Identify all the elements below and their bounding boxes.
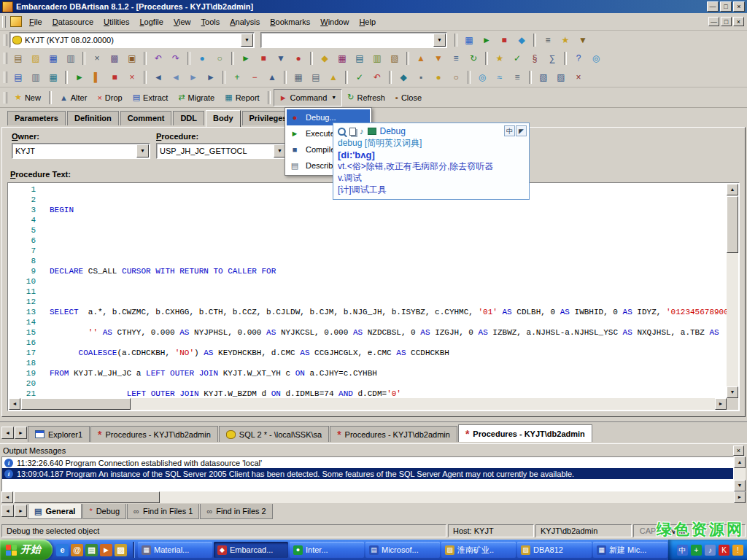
horizontal-scroll-thumb[interactable]: [21, 398, 131, 410]
maximize-button[interactable]: □: [720, 1, 732, 12]
scroll-down-button[interactable]: ▼: [727, 386, 738, 398]
scroll-left-button[interactable]: ◄: [1, 491, 13, 503]
task-button[interactable]: ●Inter...: [290, 542, 364, 558]
mdi-close-button[interactable]: ×: [733, 17, 744, 26]
step-icon[interactable]: ▼: [272, 51, 290, 66]
close-button[interactable]: ▪Close: [390, 90, 427, 106]
migrate-button[interactable]: ⇄Migrate: [173, 90, 220, 106]
roles-icon[interactable]: ○: [447, 70, 465, 85]
form-view-icon[interactable]: ▤: [307, 70, 325, 85]
toolbar-grip[interactable]: [4, 34, 7, 46]
pin-button[interactable]: ◤: [516, 125, 527, 136]
tab-find-in-files-1[interactable]: ∞Find in Files 1: [127, 504, 199, 519]
start-button[interactable]: 开始: [0, 540, 53, 560]
logs-icon[interactable]: ≡: [508, 70, 526, 85]
first-row-icon[interactable]: ◄: [150, 70, 167, 85]
commit-icon[interactable]: ✓: [351, 70, 368, 85]
drop-button[interactable]: ×Drop: [92, 90, 127, 106]
new-button[interactable]: ★New: [9, 90, 46, 106]
close-button[interactable]: ×: [733, 1, 745, 12]
prev-row-icon[interactable]: ◄: [167, 70, 185, 85]
mdi-document-icon[interactable]: [10, 16, 22, 27]
new-script-icon[interactable]: ▤: [9, 51, 27, 66]
delete-row-icon[interactable]: −: [246, 70, 263, 85]
message-row[interactable]: i13:09:04.187 Program An instance of the…: [2, 468, 733, 479]
document-tab[interactable]: Explorer1: [28, 426, 90, 442]
volume-icon[interactable]: ♪: [705, 545, 716, 556]
run-icon[interactable]: ►: [71, 70, 88, 85]
menu-item-file[interactable]: File: [24, 15, 47, 29]
chart-view-icon[interactable]: ▲: [325, 70, 342, 85]
output-horizontal-scrollbar[interactable]: ◄ ►: [1, 491, 746, 503]
ddl-editor-icon[interactable]: ▥: [27, 70, 44, 85]
copy-icon[interactable]: ▩: [106, 51, 123, 66]
owner-combo[interactable]: KYJT ▼: [12, 143, 150, 159]
document-tab[interactable]: SQL 2 * - \local\SSK\sa: [219, 426, 329, 442]
add-row-icon[interactable]: +: [228, 70, 246, 85]
procedure-combo[interactable]: USP_JH_JC_GETTOCL ▼: [156, 143, 287, 159]
outlook-icon[interactable]: @: [71, 544, 83, 556]
security-icon[interactable]: ▪: [412, 70, 430, 85]
views-icon[interactable]: ▤: [351, 51, 368, 66]
report-button[interactable]: ▦Report: [220, 90, 264, 106]
document-tab[interactable]: *Procedures - KYJT\db2admin: [330, 426, 457, 442]
message-row[interactable]: i11:32:26.640 Program Connection establi…: [2, 457, 733, 468]
sql-editor-icon[interactable]: ▤: [9, 70, 27, 85]
tab-ddl[interactable]: DDL: [173, 111, 204, 125]
exit-icon[interactable]: ×: [570, 70, 587, 85]
cut-icon[interactable]: ×: [88, 51, 106, 66]
tab-definition[interactable]: Definition: [67, 111, 119, 125]
ime-icon[interactable]: 中: [677, 545, 688, 556]
folder-icon[interactable]: ▨: [115, 544, 127, 556]
menu-item-datasource[interactable]: Datasource: [47, 15, 98, 29]
output-close-button[interactable]: ×: [733, 446, 744, 456]
tab-debug[interactable]: *Debug: [82, 504, 126, 519]
users-icon[interactable]: ●: [430, 70, 447, 85]
toolbar-grip[interactable]: [4, 92, 7, 104]
filter-icon[interactable]: ≡: [447, 51, 465, 66]
tables-icon[interactable]: ▦: [333, 51, 351, 66]
menu-item-view[interactable]: View: [169, 15, 196, 29]
databases-icon[interactable]: ◆: [316, 51, 333, 66]
connect-icon[interactable]: ►: [478, 33, 495, 47]
rollback-icon[interactable]: ↶: [368, 70, 386, 85]
menu-item-utilities[interactable]: Utilities: [98, 15, 134, 29]
menu-item-tools[interactable]: Tools: [196, 15, 225, 29]
execute-icon[interactable]: ►: [237, 51, 255, 66]
grid-view-icon[interactable]: ▦: [290, 70, 307, 85]
query-builder-icon[interactable]: ▦: [44, 70, 62, 85]
menu-item-bookmarks[interactable]: Bookmarks: [265, 15, 315, 29]
sort-desc-icon[interactable]: ▼: [430, 51, 447, 66]
schema-icon[interactable]: ◆: [395, 70, 412, 85]
task-button[interactable]: ▤Microsof...: [365, 542, 440, 558]
next-row-icon[interactable]: ►: [185, 70, 202, 85]
extract-button[interactable]: ▤Extract: [128, 90, 174, 106]
horizontal-scroll-thumb[interactable]: [14, 491, 160, 503]
tab-parameters[interactable]: Parameters: [7, 111, 66, 125]
pause-icon[interactable]: ▌: [88, 70, 106, 85]
halt-icon[interactable]: ■: [106, 70, 123, 85]
mdi-minimize-button[interactable]: —: [708, 17, 719, 26]
format-icon[interactable]: §: [526, 51, 543, 66]
toolbar-grip[interactable]: [4, 71, 7, 83]
dropdown-arrow-icon[interactable]: ▼: [433, 34, 446, 47]
document-tab[interactable]: *Procedures - KYJT\db2admin: [458, 424, 592, 442]
output-vertical-scrollbar[interactable]: ▲ ▼: [734, 456, 746, 491]
help-icon[interactable]: ?: [570, 51, 587, 66]
performance-icon[interactable]: ≈: [491, 70, 508, 85]
media-player-icon[interactable]: ►: [100, 544, 112, 556]
save-file-icon[interactable]: ▦: [44, 51, 62, 66]
tab-scroll-left-button[interactable]: ◄: [1, 427, 14, 439]
refresh-icon[interactable]: ↻: [465, 51, 482, 66]
menu-item-window[interactable]: Window: [315, 15, 354, 29]
bookmark-icon[interactable]: ★: [557, 33, 574, 47]
alert-icon[interactable]: !: [732, 545, 743, 556]
procedures-icon[interactable]: ▥: [368, 51, 386, 66]
toolbar-grip[interactable]: [2, 16, 6, 28]
validate-icon[interactable]: ✓: [508, 51, 526, 66]
summary-icon[interactable]: ∑: [543, 51, 561, 66]
scroll-down-button[interactable]: ▼: [734, 480, 746, 491]
tab-find-in-files-2[interactable]: ∞Find in Files 2: [200, 504, 272, 519]
tab-scroll-right-button[interactable]: ►: [15, 505, 27, 517]
datasource-combo[interactable]: KYJT (KYJT 08.02.0000) ▼: [9, 32, 255, 48]
